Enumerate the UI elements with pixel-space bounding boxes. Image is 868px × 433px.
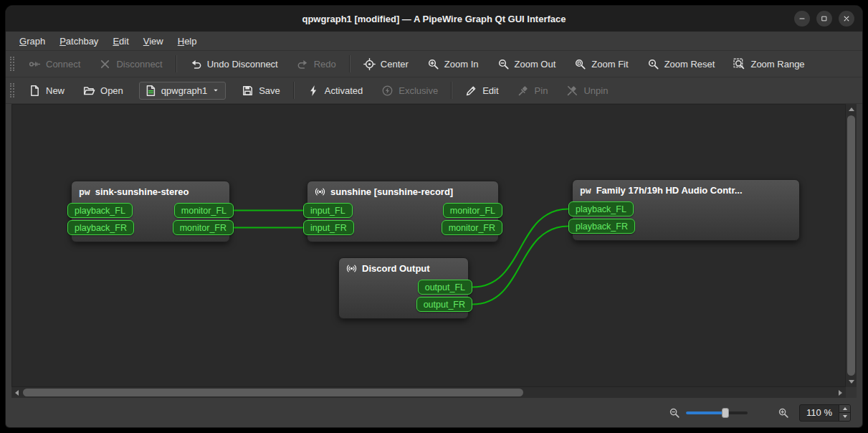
node-header[interactable]: Discord Output [339,258,468,277]
pin-icon [518,85,530,97]
menu-help[interactable]: Help [171,33,204,49]
port-playback_FL[interactable]: playback_FL [67,203,133,218]
node-header[interactable]: pwsink-sunshine-stereo [72,181,229,201]
zoom-reset-label: Zoom Reset [664,59,715,70]
window-title: qpwgraph1 [modified] — A PipeWire Graph … [302,14,566,24]
port-input_FL[interactable]: input_FL [303,203,353,218]
node-family-audio[interactable]: pwFamily 17h/19h HD Audio Contr...playba… [572,179,800,241]
scrollbar-corner [846,387,857,398]
vertical-scrollbar[interactable] [846,104,857,387]
close-button[interactable] [839,11,854,27]
node-sunshine[interactable]: sunshine [sunshine-record]input_FLinput_… [307,181,499,242]
menu-graph[interactable]: Graph [12,33,52,49]
zoom-out-button[interactable]: Zoom Out [488,53,566,75]
port-output_FR[interactable]: output_FR [416,297,472,312]
menu-view[interactable]: View [136,33,171,49]
undo-icon [190,58,202,70]
open-button[interactable]: Open [74,80,133,101]
zoom-slider[interactable] [686,408,748,418]
zoom-value[interactable]: 110 % [800,405,839,421]
zoom-slider-fill [686,411,725,414]
redo-button[interactable]: Redo [287,53,345,75]
vertical-scroll-handle[interactable] [847,115,855,376]
activated-button[interactable]: Activated [298,80,372,101]
unpin-icon [566,85,578,97]
zoom-spinbox[interactable]: 110 % [799,404,851,422]
exclusive-label: Exclusive [399,85,438,96]
exclusive-button[interactable]: Exclusive [372,80,447,101]
node-discord-output[interactable]: Discord Outputoutput_FLoutput_FR [338,257,469,319]
save-label: Save [259,85,280,96]
zoom-out-icon [497,58,510,70]
graph-canvas[interactable]: pwsink-sunshine-stereoplayback_FLplaybac… [11,104,846,387]
disconnect-icon [99,58,111,70]
horizontal-scrollbar[interactable] [11,387,846,398]
file-toolbar: NewOpenqpwgraph1SaveActivatedExclusiveEd… [6,77,862,104]
port-monitor_FR[interactable]: monitor_FR [442,220,502,235]
port-monitor_FL[interactable]: monitor_FL [443,203,502,218]
port-playback_FR[interactable]: playback_FR [67,220,134,235]
port-playback_FR[interactable]: playback_FR [568,219,635,234]
maximize-button[interactable] [816,11,832,27]
node-header[interactable]: sunshine [sunshine-record] [307,181,498,201]
horizontal-scroll-handle[interactable] [23,389,523,396]
zoom-slider-handle[interactable] [722,408,729,418]
zoom-fit-button[interactable]: Zoom Fit [565,53,637,75]
scroll-left-button[interactable] [11,387,22,398]
disconnect-button[interactable]: Disconnect [90,53,171,75]
menubar: GraphPatchbayEditViewHelp [6,32,862,51]
titlebar[interactable]: qpwgraph1 [modified] — A PipeWire Graph … [6,6,862,32]
scroll-up-button[interactable] [846,104,857,115]
pin-button[interactable]: Pin [508,80,558,101]
zoom-range-button[interactable]: Zoom Range [724,53,814,75]
redo-label: Redo [314,59,336,70]
redo-icon [297,58,309,70]
scroll-right-button[interactable] [835,387,846,398]
scroll-down-button[interactable] [846,376,857,387]
port-monitor_FR[interactable]: monitor_FR [173,220,234,235]
port-output_FL[interactable]: output_FL [418,280,472,295]
menu-patchbay[interactable]: Patchbay [52,33,105,49]
node-title: sink-sunshine-stereo [95,186,189,197]
connect-button[interactable]: Connect [19,53,90,75]
port-monitor_FL[interactable]: monitor_FL [174,203,234,218]
edit-icon [465,85,477,97]
node-header[interactable]: pwFamily 17h/19h HD Audio Contr... [573,180,799,199]
connections-layer [12,105,845,386]
zoom-fit-label: Zoom Fit [591,59,628,70]
new-button[interactable]: New [19,80,74,101]
record-icon [315,186,325,197]
center-button[interactable]: Center [354,53,418,75]
port-playback_FL[interactable]: playback_FL [568,201,634,217]
port-input_FR[interactable]: input_FR [303,220,354,235]
save-button[interactable]: Save [232,80,290,101]
undo-disconnect-label: Undo Disconnect [207,59,278,70]
qpwgraph1-dropdown[interactable]: qpwgraph1 [139,82,226,100]
unpin-button[interactable]: Unpin [557,80,617,101]
statusbar: 110 % [6,398,862,427]
new-label: New [46,85,65,96]
activated-label: Activated [325,85,363,96]
zoom-in-label: Zoom In [444,59,479,70]
node-sink-sunshine-stereo[interactable]: pwsink-sunshine-stereoplayback_FLplaybac… [71,181,230,242]
pipewire-icon: pw [580,185,591,196]
node-title: Family 17h/19h HD Audio Contr... [596,185,743,196]
edit-button[interactable]: Edit [456,80,507,101]
disconnect-label: Disconnect [116,59,162,70]
zoom-increment-button[interactable] [839,405,850,414]
app-window: qpwgraph1 [modified] — A PipeWire Graph … [6,6,862,427]
center-label: Center [381,59,409,70]
toolbar-separator [176,55,177,72]
file-toolbar-items: NewOpenqpwgraph1SaveActivatedExclusiveEd… [19,80,617,101]
toolbar-drag-handle[interactable] [10,57,14,71]
menu-edit[interactable]: Edit [105,33,135,49]
minimize-button[interactable] [794,11,810,27]
graph-toolbar-items: ConnectDisconnectUndo DisconnectRedoCent… [19,53,814,75]
toolbar-drag-handle[interactable] [10,83,14,97]
zoom-reset-icon [647,58,659,70]
undo-disconnect-button[interactable]: Undo Disconnect [181,53,287,75]
activated-icon [307,85,320,97]
zoom-decrement-button[interactable] [839,413,850,421]
zoom-reset-button[interactable]: Zoom Reset [638,53,725,75]
zoom-in-button[interactable]: Zoom In [418,53,488,75]
